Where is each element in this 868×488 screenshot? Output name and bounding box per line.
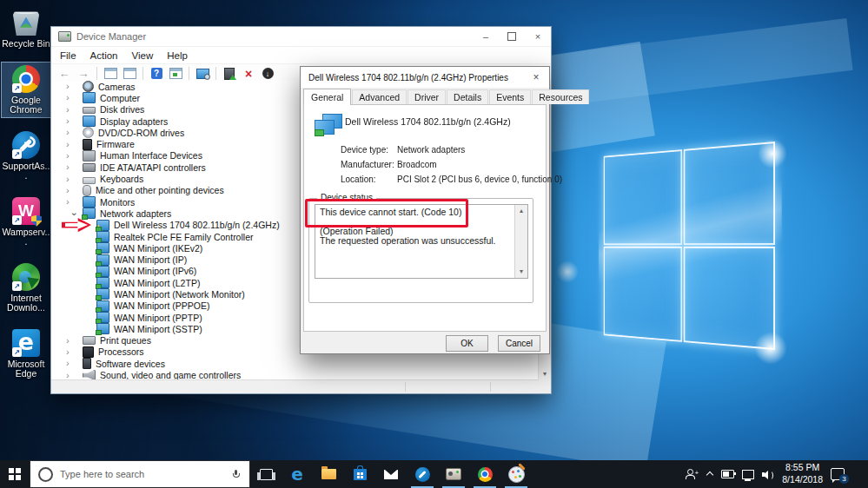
taskbar-task-view-icon[interactable] <box>250 460 282 488</box>
tree-item-label: Processors <box>98 346 144 357</box>
app-icon: ↗ <box>12 263 40 291</box>
status-scrollbar[interactable]: ▴ ▾ <box>514 205 527 278</box>
device-manager-titlebar[interactable]: Device Manager – × <box>51 27 551 47</box>
tree-item-label: WAN Miniport (PPTP) <box>114 313 202 323</box>
dialog-tabs: GeneralAdvancedDriverDetailsEventsResour… <box>301 88 549 104</box>
chevron-icon[interactable]: › <box>66 82 83 91</box>
desktop-icon-microsoft-edge[interactable]: ↗ Microsoft Edge <box>1 326 51 382</box>
chevron-icon[interactable]: › <box>66 347 83 357</box>
maximize-button[interactable] <box>499 27 525 46</box>
taskbar-file-explorer-icon[interactable] <box>313 460 344 488</box>
toolbar-show-list-icon[interactable] <box>168 66 183 81</box>
device-type-icon <box>96 254 109 266</box>
tree-item-label: Cameras <box>98 82 136 92</box>
menu-view[interactable]: View <box>125 47 161 63</box>
close-button[interactable]: × <box>525 27 551 46</box>
dialog-tab[interactable]: General <box>303 89 351 105</box>
dialog-tab[interactable]: Details <box>447 89 488 104</box>
statusbar-divider <box>490 382 491 392</box>
device-type-icon <box>83 163 96 172</box>
ok-button[interactable]: OK <box>446 335 488 352</box>
close-icon[interactable]: × <box>523 67 549 88</box>
minimize-button[interactable]: – <box>473 27 499 46</box>
chevron-icon[interactable]: › <box>66 128 83 137</box>
scroll-down-icon[interactable]: ▾ <box>543 368 547 380</box>
tree-item-label: Keyboards <box>100 174 143 184</box>
properties-dialog: Dell Wireless 1704 802.11b/g/n (2.4GHz) … <box>300 66 550 354</box>
microphone-icon[interactable] <box>233 470 239 478</box>
action-center-icon[interactable]: 3 <box>831 468 845 480</box>
chevron-icon[interactable]: › <box>66 175 83 184</box>
dialog-tab[interactable]: Resources <box>532 89 589 104</box>
desktop-icon-recycle-bin[interactable]: ↗ Recycle Bin <box>1 5 51 52</box>
tree-item-label: Mice and other pointing devices <box>96 185 224 195</box>
separator[interactable] <box>215 67 216 80</box>
cancel-button[interactable]: Cancel <box>498 335 540 352</box>
taskbar-device-manager-icon[interactable] <box>438 460 469 488</box>
tree-item-label: Monitors <box>100 197 135 208</box>
desktop-icon-internet-download-manager[interactable]: ↗ Internet Downlo... <box>1 260 51 316</box>
device-status-text: This device cannot start. (Code 10)(Oper… <box>315 205 514 278</box>
taskbar-search[interactable]: Type here to search <box>30 460 250 488</box>
dialog-tab[interactable]: Events <box>489 89 531 104</box>
device-type-icon <box>96 242 109 254</box>
scroll-down-icon[interactable]: ▾ <box>520 266 523 278</box>
device-type-icon <box>96 231 109 242</box>
separator[interactable] <box>96 67 97 80</box>
toolbar-console-tree-icon[interactable] <box>103 66 118 81</box>
taskbar-clock[interactable]: 8:55 PM 8/14/2018 <box>782 462 823 485</box>
tree-item-label: Realtek PCIe FE Family Controller <box>114 232 253 242</box>
taskbar-paint-icon[interactable] <box>500 460 532 488</box>
chevron-icon[interactable]: › <box>66 105 83 115</box>
taskbar-mail-icon[interactable] <box>375 460 407 488</box>
volume-icon[interactable] <box>762 470 774 479</box>
menu-help[interactable]: Help <box>160 47 195 63</box>
uac-shield-icon <box>31 215 42 227</box>
toolbar-forward-icon[interactable]: → <box>76 66 91 81</box>
hidden-icons-chevron[interactable] <box>706 471 713 478</box>
chevron-icon[interactable]: › <box>66 371 83 380</box>
chevron-icon[interactable]: › <box>66 116 83 126</box>
separator[interactable] <box>189 67 189 80</box>
chevron-icon[interactable]: › <box>66 151 83 161</box>
dialog-tab[interactable]: Driver <box>407 89 446 104</box>
toolbar-back-icon[interactable]: ← <box>56 66 72 81</box>
shortcut-arrow-icon: ↗ <box>12 347 22 357</box>
tree-item-label: WAN Miniport (SSTP) <box>114 324 202 334</box>
toolbar-uninstall-icon[interactable]: × <box>241 66 256 81</box>
chevron-icon[interactable]: › <box>66 359 83 368</box>
taskbar-supportassist-icon[interactable] <box>407 460 438 488</box>
chevron-icon[interactable]: › <box>66 93 83 102</box>
toolbar-disable-icon[interactable]: ↓ <box>260 66 275 81</box>
taskbar-chrome-icon[interactable] <box>469 460 500 488</box>
device-status-box: This device cannot start. (Code 10)(Oper… <box>315 204 528 279</box>
battery-icon[interactable] <box>721 470 734 478</box>
menu-file[interactable]: File <box>53 47 83 63</box>
chevron-icon[interactable]: › <box>66 186 83 195</box>
device-field-row: Manufacturer: Broadcom <box>341 160 542 169</box>
chevron-icon[interactable]: › <box>66 162 83 172</box>
people-icon[interactable]: + <box>686 469 699 479</box>
toolbar-update-driver-icon[interactable] <box>222 66 237 81</box>
toolbar-properties-icon[interactable] <box>122 66 137 81</box>
toolbar-help-icon[interactable]: ? <box>149 66 164 81</box>
chevron-icon[interactable]: › <box>66 336 83 346</box>
desktop-icon-wampserver[interactable]: ↗ Wampserv... <box>1 194 51 250</box>
toolbar-scan-hardware-icon[interactable] <box>195 66 210 81</box>
separator[interactable] <box>142 67 143 80</box>
dialog-tab[interactable]: Advanced <box>352 89 407 104</box>
scroll-up-icon[interactable]: ▴ <box>520 205 523 217</box>
tree-item-label: Firmware <box>96 139 135 149</box>
tree-item[interactable]: › Software devices <box>51 358 551 369</box>
device-type-icon <box>83 185 91 196</box>
network-tray-icon[interactable] <box>742 470 754 479</box>
desktop-icon-google-chrome[interactable]: ↗ Google Chrome <box>1 62 51 118</box>
dialog-titlebar[interactable]: Dell Wireless 1704 802.11b/g/n (2.4GHz) … <box>301 67 549 88</box>
tree-item-label: Computer <box>100 93 140 103</box>
desktop-icon-supportassist[interactable]: ↗ SupportAs... <box>1 128 51 184</box>
taskbar-store-icon[interactable] <box>344 460 375 488</box>
chevron-icon[interactable]: › <box>66 140 83 149</box>
taskbar-edge-icon[interactable]: e <box>282 460 313 488</box>
menu-action[interactable]: Action <box>83 47 125 63</box>
start-button[interactable] <box>0 460 30 488</box>
